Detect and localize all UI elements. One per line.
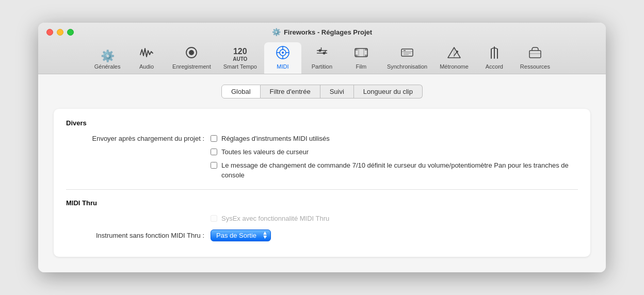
svg-rect-26 — [404, 54, 409, 55]
subtab-longueur-clip[interactable]: Longueur du clip — [354, 85, 423, 99]
audio-label: Audio — [139, 63, 154, 70]
checkbox-row-2: Toutes les valeurs de curseur — [211, 148, 578, 157]
toolbar-item-partition[interactable]: Partition — [303, 42, 341, 74]
smart-tempo-icon: 120 AUTO — [233, 47, 247, 62]
toolbar-item-film[interactable]: Film — [343, 42, 380, 74]
subtab-global-label: Global — [231, 88, 251, 95]
checkbox-row-3: Le message de changement de commande 7/1… — [211, 161, 578, 179]
window-controls — [46, 29, 74, 36]
output-select-container: Pas de Sortie ▲▼ — [211, 230, 271, 241]
subtab-filtre-label: Filtre d'entrée — [270, 88, 311, 95]
enregistrement-label: Enregistrement — [172, 63, 211, 70]
minimize-button[interactable] — [57, 29, 63, 36]
divers-section-title: Divers — [66, 119, 578, 127]
accord-label: Accord — [486, 63, 503, 70]
audio-icon — [139, 45, 154, 62]
toolbar: ⚙️ Générales Audio — [46, 40, 598, 74]
window-title-text: Fireworks - Réglages Projet — [284, 28, 372, 36]
close-button[interactable] — [46, 29, 53, 36]
svg-point-30 — [456, 51, 458, 53]
film-icon — [354, 45, 368, 62]
instrument-controls: Pas de Sortie ▲▼ — [211, 230, 271, 241]
checkbox-row-1: Réglages d'instruments MIDI utilisés — [211, 134, 578, 143]
enregistrement-icon — [184, 45, 199, 62]
svg-rect-17 — [365, 48, 367, 51]
sysex-controls: SysEx avec fonctionnalité MIDI Thru — [211, 214, 329, 223]
toolbar-item-synchronisation[interactable]: Synchronisation — [382, 42, 432, 74]
window-icon: ⚙️ — [272, 28, 281, 36]
checkbox-midi-settings-label: Réglages d'instruments MIDI utilisés — [221, 134, 330, 143]
checkbox-command-change-label: Le message de changement de commande 7/1… — [221, 161, 578, 179]
toolbar-item-ressources[interactable]: Ressources — [515, 42, 555, 74]
send-label: Envoyer après chargement du projet : — [66, 134, 211, 142]
titlebar: ⚙️ Fireworks - Réglages Projet ⚙️ Généra… — [38, 23, 606, 74]
subtab-filtre-entree[interactable]: Filtre d'entrée — [261, 85, 320, 99]
subtab-suivi-label: Suivi — [330, 88, 344, 95]
subtab-suivi[interactable]: Suivi — [320, 85, 354, 99]
section-divider — [66, 189, 578, 190]
instrument-row: Instrument sans fonction MIDI Thru : Pas… — [66, 230, 578, 241]
divers-checkboxes: Réglages d'instruments MIDI utilisés Tou… — [211, 134, 578, 180]
midi-icon — [276, 45, 290, 62]
checkbox-midi-settings[interactable] — [211, 135, 217, 142]
toolbar-item-generales[interactable]: ⚙️ Générales — [89, 47, 126, 74]
sysex-row: SysEx avec fonctionnalité MIDI Thru — [66, 214, 578, 223]
ressources-icon — [528, 45, 542, 62]
checkbox-sysex-label: SysEx avec fonctionnalité MIDI Thru — [221, 214, 329, 223]
subtab-bar: Global Filtre d'entrée Suivi Longueur du… — [54, 85, 590, 99]
checkbox-sysex[interactable] — [211, 215, 217, 222]
svg-rect-18 — [355, 55, 358, 57]
midi-label: MIDI — [277, 63, 288, 70]
subtab-global[interactable]: Global — [221, 85, 261, 99]
film-label: Film — [356, 63, 367, 70]
partition-label: Partition — [312, 63, 332, 70]
metronome-label: Métronome — [440, 63, 469, 70]
svg-rect-16 — [355, 48, 358, 51]
output-select[interactable]: Pas de Sortie — [211, 230, 271, 241]
checkbox-command-change[interactable] — [211, 162, 217, 169]
svg-rect-34 — [529, 51, 541, 58]
sysex-spacer — [66, 214, 211, 215]
metronome-icon — [447, 45, 461, 62]
synchronisation-label: Synchronisation — [387, 63, 427, 70]
toolbar-item-metronome[interactable]: Métronome — [434, 42, 474, 74]
toolbar-item-midi[interactable]: MIDI — [264, 42, 301, 74]
midi-thru-section-title: MIDI Thru — [66, 199, 578, 207]
checkbox-cursor-values[interactable] — [211, 149, 217, 155]
synchronisation-icon — [400, 45, 414, 62]
smart-tempo-label: Smart Tempo — [223, 63, 257, 70]
svg-point-4 — [282, 52, 284, 54]
svg-point-1 — [189, 50, 194, 55]
maximize-button[interactable] — [67, 29, 74, 36]
partition-icon — [315, 45, 329, 62]
toolbar-item-accord[interactable]: Accord — [476, 42, 513, 74]
instrument-label: Instrument sans fonction MIDI Thru : — [66, 231, 211, 239]
subtab-longueur-label: Longueur du clip — [363, 88, 413, 95]
toolbar-item-enregistrement[interactable]: Enregistrement — [167, 42, 216, 74]
ressources-label: Ressources — [520, 63, 550, 70]
toolbar-item-smart-tempo[interactable]: 120 AUTO Smart Tempo — [218, 44, 262, 74]
svg-rect-25 — [404, 53, 411, 54]
window-title: ⚙️ Fireworks - Réglages Projet — [46, 28, 598, 36]
checkbox-row-sysex: SysEx avec fonctionnalité MIDI Thru — [211, 214, 329, 223]
generales-label: Générales — [94, 63, 121, 70]
settings-panel: Divers Envoyer après chargement du proje… — [54, 109, 590, 257]
svg-rect-24 — [404, 50, 406, 51]
main-window: ⚙️ Fireworks - Réglages Projet ⚙️ Généra… — [38, 23, 606, 272]
svg-rect-19 — [365, 55, 367, 57]
divers-form-row: Envoyer après chargement du projet : Rég… — [66, 134, 578, 180]
content-area: Global Filtre d'entrée Suivi Longueur du… — [38, 74, 606, 272]
accord-icon — [487, 45, 502, 62]
generales-icon: ⚙️ — [101, 51, 115, 62]
toolbar-item-audio[interactable]: Audio — [128, 42, 165, 74]
checkbox-cursor-values-label: Toutes les valeurs de curseur — [221, 148, 309, 157]
